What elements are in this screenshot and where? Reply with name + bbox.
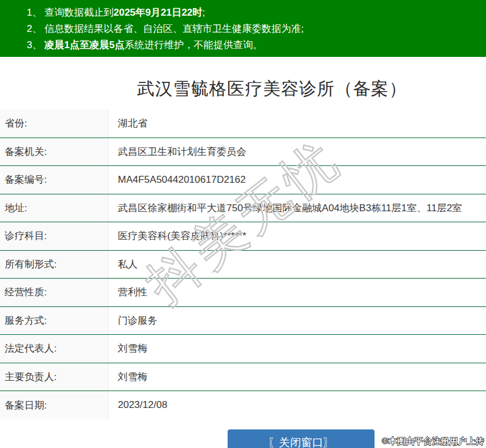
notice-banner: 1、查询数据截止到2025年9月21日22时; 2、信息数据结果以各省、自治区、… <box>0 0 486 57</box>
row-value: 武昌区卫生和计划生育委员会 <box>109 138 486 166</box>
row-label: 备案机关: <box>0 138 109 166</box>
row-value: 刘雪梅 <box>109 335 486 363</box>
close-window-button[interactable]: 〖关闭窗口〗 <box>228 429 375 448</box>
info-table: 省份: 湖北省 备案机关: 武昌区卫生和计划生育委员会 备案编号: MA4F5A… <box>0 110 486 420</box>
row-value: 医疗美容科(美容皮肤科)****** <box>109 222 486 250</box>
notice-number: 2、 <box>27 23 42 34</box>
table-row: 地址: 武昌区徐家棚街和平大道750号绿地国际金融城A04地块B3栋11层1室、… <box>0 194 486 223</box>
notice-text: ; <box>203 7 206 18</box>
row-label: 备案日期: <box>0 391 109 420</box>
row-value: MA4F5A50442010617D2162 <box>109 166 486 194</box>
table-row: 经营性质: 营利性 <box>0 279 486 307</box>
row-label: 省份: <box>0 110 109 138</box>
notice-text: 查询数据截止到 <box>44 7 113 18</box>
row-label: 法定代表人: <box>0 335 109 363</box>
notice-text: 系统进行维护，不能提供查询。 <box>124 39 262 50</box>
notice-number: 1、 <box>27 7 42 18</box>
table-row: 备案日期: 2023/12/08 <box>0 391 486 420</box>
notice-text-bold: 凌晨1点至凌晨5点 <box>44 39 124 50</box>
row-value: 武昌区徐家棚街和平大道750号绿地国际金融城A04地块B3栋11层1室、11层2… <box>109 194 486 222</box>
row-label: 备案编号: <box>0 166 109 194</box>
page-title: 武汉雪毓格医疗美容诊所（备案） <box>58 78 486 99</box>
upload-credit: ©本图由平台注册用户上传 <box>382 436 484 447</box>
table-row: 诊疗科目: 医疗美容科(美容皮肤科)****** <box>0 222 486 251</box>
table-row: 备案机关: 武昌区卫生和计划生育委员会 <box>0 138 486 167</box>
notice-text: 信息数据结果以各省、自治区、直辖市卫生健康委数据为准; <box>44 23 304 34</box>
notice-number: 3、 <box>27 39 42 50</box>
row-value: 门诊服务 <box>109 307 486 335</box>
row-value: 刘雪梅 <box>109 363 486 391</box>
notice-item: 3、凌晨1点至凌晨5点系统进行维护，不能提供查询。 <box>27 37 480 53</box>
table-row: 所有制形式: 私人 <box>0 251 486 279</box>
row-value: 2023/12/08 <box>109 391 486 420</box>
table-row: 主要负责人: 刘雪梅 <box>0 363 486 392</box>
table-row: 省份: 湖北省 <box>0 110 486 138</box>
notice-item: 1、查询数据截止到2025年9月21日22时; <box>27 5 480 21</box>
table-row: 备案编号: MA4F5A50442010617D2162 <box>0 166 486 194</box>
row-label: 地址: <box>0 194 109 222</box>
table-row: 法定代表人: 刘雪梅 <box>0 335 486 363</box>
row-value: 私人 <box>109 251 486 279</box>
row-label: 诊疗科目: <box>0 222 109 250</box>
notice-item: 2、信息数据结果以各省、自治区、直辖市卫生健康委数据为准; <box>27 21 480 37</box>
row-value: 湖北省 <box>109 110 486 138</box>
row-label: 经营性质: <box>0 279 109 306</box>
row-label: 服务方式: <box>0 307 109 335</box>
notice-text-bold: 2025年9月21日22时 <box>113 7 202 18</box>
row-label: 主要负责人: <box>0 363 109 391</box>
table-row: 服务方式: 门诊服务 <box>0 307 486 335</box>
row-label: 所有制形式: <box>0 251 109 279</box>
row-value: 营利性 <box>109 279 486 306</box>
